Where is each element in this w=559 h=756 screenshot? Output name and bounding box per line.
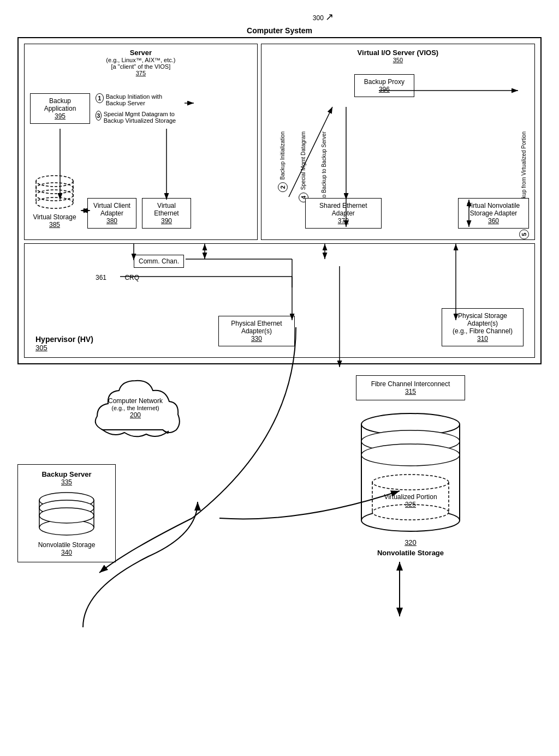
cloud-text: Computer Network (e.g., the Internet) 20… (17, 397, 253, 419)
backup-storage-ref: 340 (23, 549, 110, 556)
comm-chan-label: Comm. Chan. (139, 257, 179, 265)
physical-ethernet-box: Physical Ethernet Adapter(s) 330 (218, 316, 295, 346)
outer-computer-system-box: Server (e.g., Linux™, AIX™, etc.) [a "cl… (17, 37, 542, 364)
server-title: Server (29, 49, 253, 57)
virtual-nonvolatile-box: Virtual Nonvolatile Storage Adapter 360 (458, 198, 529, 229)
backup-storage-label: Nonvolatile Storage (23, 541, 110, 549)
virtual-storage-ref: 385 (30, 221, 79, 229)
virtual-client-adapter-ref: 380 (90, 217, 134, 225)
server-subtitle: (e.g., Linux™, AIX™, etc.) (29, 57, 253, 63)
bottom-section: Computer Network (e.g., the Internet) 20… (17, 375, 542, 562)
crq-ref: 361 (96, 274, 106, 281)
virtual-client-adapter-label: Virtual Client Adapter (90, 202, 134, 217)
svg-point-34 (39, 508, 94, 523)
backup-storage-svg (34, 490, 99, 539)
virtual-nonvolatile-label: Virtual Nonvolatile Storage Adapter (461, 202, 526, 217)
backup-application-box: Backup Application 395 (30, 93, 90, 124)
physical-storage-label: Physical Storage Adapter(s)(e.g., Fibre … (447, 312, 519, 335)
backup-proxy-ref: 396 (359, 86, 409, 93)
svg-point-4 (36, 183, 73, 194)
comm-chan-box: Comm. Chan. (134, 255, 184, 268)
nonvolatile-storage-svg (350, 411, 471, 542)
ref-arrow-label: 300 (313, 14, 324, 22)
step3-circle: 3 (96, 111, 102, 121)
step1-container: 1 Backup Initiation with Backup Server (96, 93, 183, 106)
virtualized-portion-label: Virtualized Portion (384, 493, 437, 501)
vios-title: Virtual I/O Server (VIOS) (266, 49, 530, 57)
virtualized-portion-label-container: Virtualized Portion 325 (384, 493, 437, 508)
shared-ethernet-ref: 370 (308, 217, 379, 225)
virtual-storage-label: Virtual Storage (30, 213, 79, 221)
virtual-nonvolatile-ref: 360 (461, 217, 526, 225)
cloud-label: Computer Network (17, 397, 253, 405)
nonvolatile-storage-container: Virtualized Portion 325 320 Nonvolatile … (280, 411, 542, 557)
step3-container: 3 Special Mgmt Datagram to Backup Virtua… (96, 111, 183, 124)
step2-container: 2 Backup Initialization (278, 131, 288, 192)
virtual-ethernet-label: Virtual Ethernet (145, 202, 188, 217)
virtual-ethernet-ref: 390 (145, 217, 188, 225)
virtualized-portion-ref: 325 (384, 501, 437, 508)
server-ref: 375 (29, 70, 253, 76)
crq-label-container: 361 CRQ (96, 274, 139, 281)
physical-ethernet-label: Physical Ethernet Adapter(s) (223, 320, 290, 335)
bottom-left: Computer Network (e.g., the Internet) 20… (17, 375, 253, 562)
cloud-container: Computer Network (e.g., the Internet) 20… (17, 375, 253, 453)
svg-point-42 (372, 475, 449, 490)
fibre-channel-box: Fibre Channel Interconnect 315 (356, 375, 465, 400)
svg-point-5 (36, 190, 73, 201)
server-header: Server (e.g., Linux™, AIX™, etc.) [a "cl… (29, 49, 253, 76)
shared-ethernet-label: Shared Ethernet Adapter (308, 202, 379, 217)
backup-app-ref: 395 (35, 112, 85, 120)
svg-point-41 (361, 444, 460, 466)
physical-ethernet-ref: 330 (223, 335, 290, 343)
shared-ethernet-box: Shared Ethernet Adapter 370 (305, 198, 382, 229)
computer-system-title: Computer System (17, 26, 542, 35)
server-subtitle2: [a "client" of the VIOS] (29, 63, 253, 70)
diagram-container: 300 ↗ Computer System Server (e.g., Linu… (17, 11, 542, 562)
svg-point-3 (36, 197, 73, 208)
steps-container: 1 Backup Initiation with Backup Server 3… (96, 93, 183, 124)
backup-app-label: Backup Application (35, 97, 85, 112)
bottom-right: Fibre Channel Interconnect 315 (280, 375, 542, 557)
backup-proxy-label: Backup Proxy (359, 78, 409, 86)
step1-circle: 1 (96, 93, 104, 103)
hv-ref: 305 (35, 344, 93, 352)
hv-title: Hypervisor (HV) (35, 335, 93, 344)
hypervisor-section: Hypervisor (HV) 305 Comm. Chan. 361 CRQ … (24, 243, 535, 358)
backup-proxy-box: Backup Proxy 396 (354, 74, 414, 97)
virtual-client-adapter-box: Virtual Client Adapter 380 (87, 198, 136, 229)
nonvolatile-storage-label: Nonvolatile Storage (280, 549, 542, 557)
virtual-storage-cylinder (33, 173, 76, 212)
virtual-ethernet-box: Virtual Ethernet 390 (142, 198, 191, 229)
step1-label: Backup Initiation with Backup Server (106, 93, 183, 106)
crq-label: CRQ (124, 274, 139, 281)
step4-label: 4 Special Mgmt Datagram (299, 131, 308, 202)
vios-header: Virtual I/O Server (VIOS) 350 (266, 49, 530, 63)
backup-server-ref: 335 (23, 478, 110, 486)
step4-container: 4 Special Mgmt Datagram (299, 131, 308, 202)
hv-label-container: Hypervisor (HV) 305 (35, 335, 93, 352)
step3-label: Special Mgmt Datagram to Backup Virtuali… (104, 111, 183, 124)
fibre-channel-label: Fibre Channel Interconnect (361, 380, 460, 388)
top-row: Server (e.g., Linux™, AIX™, etc.) [a "cl… (24, 44, 535, 240)
vios-section: Virtual I/O Server (VIOS) 350 Backup Pro… (261, 44, 535, 240)
cloud-subtitle: (e.g., the Internet) (17, 405, 253, 411)
nonvolatile-storage-ref: 320 (280, 538, 542, 547)
vios-ref: 350 (266, 57, 530, 63)
physical-storage-box: Physical Storage Adapter(s)(e.g., Fibre … (442, 308, 524, 346)
server-section: Server (e.g., Linux™, AIX™, etc.) [a "cl… (24, 44, 258, 240)
physical-storage-ref: 310 (447, 335, 519, 343)
virtual-storage-container: Virtual Storage 385 (30, 173, 79, 229)
backup-server-box: Backup Server 335 Nonvolatile Storage 34… (17, 464, 116, 562)
svg-point-0 (36, 176, 73, 187)
cloud-ref: 200 (17, 411, 253, 419)
step2-label: 2 Backup Initialization (278, 131, 288, 192)
fibre-channel-ref: 315 (361, 388, 460, 395)
top-ref: 300 ↗ (61, 11, 559, 23)
backup-storage-cylinder: Nonvolatile Storage 340 (23, 490, 110, 556)
backup-server-title: Backup Server (23, 470, 110, 478)
